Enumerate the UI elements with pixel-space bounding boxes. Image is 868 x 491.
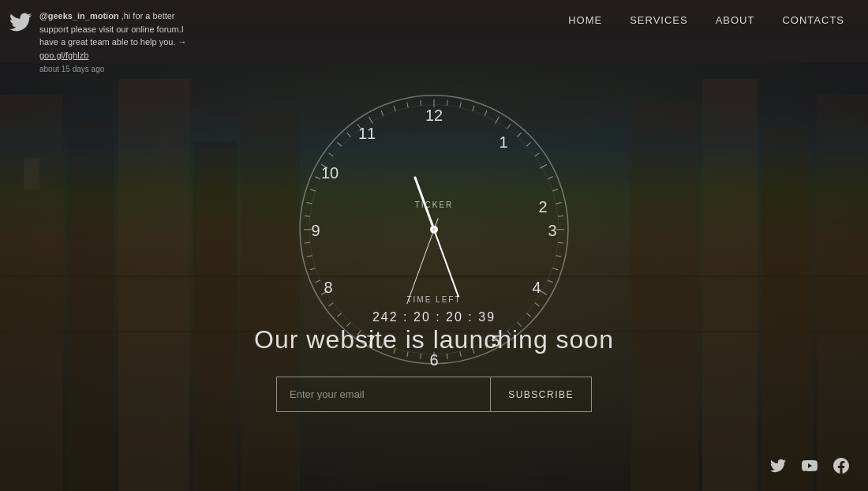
svg-line-32: [558, 216, 563, 217]
nav-about[interactable]: ABOUT: [716, 14, 755, 26]
subscribe-button[interactable]: SUBSCRIBE: [490, 377, 592, 412]
svg-line-57: [329, 303, 334, 306]
tweet-body: @geeks_in_motion ,hi for a better suppor…: [39, 9, 199, 73]
nav-services[interactable]: SERVICES: [630, 14, 688, 26]
svg-line-94: [434, 230, 458, 297]
svg-text:11: 11: [358, 125, 376, 142]
main-nav: HOME SERVICES ABOUT CONTACTS: [568, 14, 844, 26]
tweet-time: about 15 days ago: [39, 65, 199, 73]
tweet-text: @geeks_in_motion ,hi for a better suppor…: [39, 9, 199, 62]
social-icons-container: [767, 455, 852, 477]
nav-contacts[interactable]: CONTACTS: [782, 14, 844, 26]
youtube-social-icon[interactable]: [799, 455, 821, 477]
svg-line-37: [548, 280, 552, 283]
email-input[interactable]: [276, 377, 490, 412]
svg-line-67: [315, 177, 320, 179]
nav-home[interactable]: HOME: [568, 14, 602, 26]
svg-line-70: [337, 142, 341, 146]
svg-text:12: 12: [425, 107, 443, 124]
svg-line-28: [540, 164, 547, 168]
svg-line-35: [556, 256, 562, 257]
countdown-section: Our website is launching soon SUBSCRIBE: [158, 325, 710, 412]
svg-line-56: [337, 313, 341, 317]
svg-line-29: [548, 177, 552, 179]
svg-line-22: [485, 111, 487, 115]
svg-line-36: [552, 268, 558, 270]
svg-line-65: [307, 202, 312, 203]
svg-line-74: [381, 111, 383, 115]
email-form: SUBSCRIBE: [276, 377, 592, 412]
tweet-link[interactable]: goo.gl/fghlzb: [39, 51, 88, 60]
svg-line-62: [305, 242, 310, 243]
svg-text:9: 9: [311, 222, 320, 239]
twitter-icon: [9, 11, 32, 33]
svg-line-61: [307, 256, 312, 257]
svg-line-71: [347, 133, 351, 137]
svg-line-27: [535, 153, 540, 156]
svg-line-69: [329, 153, 334, 156]
svg-text:10: 10: [321, 164, 339, 182]
svg-text:TICKER: TICKER: [415, 201, 454, 209]
svg-line-75: [394, 106, 395, 111]
svg-line-24: [507, 124, 511, 129]
svg-text:2: 2: [538, 198, 547, 216]
svg-line-66: [310, 189, 316, 191]
svg-line-40: [526, 313, 530, 317]
svg-text:3: 3: [548, 222, 556, 239]
launching-tagline: Our website is launching soon: [158, 325, 710, 354]
svg-line-23: [496, 117, 499, 124]
svg-line-25: [518, 133, 522, 137]
svg-text:TIME LEFT: TIME LEFT: [406, 295, 461, 304]
svg-line-30: [552, 189, 558, 191]
svg-line-60: [310, 268, 316, 270]
facebook-social-icon[interactable]: [830, 455, 852, 477]
svg-text:8: 8: [324, 279, 332, 296]
twitter-social-icon[interactable]: [767, 455, 789, 477]
svg-line-39: [535, 303, 540, 306]
svg-line-31: [556, 202, 562, 203]
svg-line-73: [369, 117, 373, 124]
svg-line-64: [305, 216, 310, 217]
svg-line-77: [421, 100, 421, 106]
svg-point-97: [432, 228, 436, 231]
svg-text:4: 4: [532, 279, 541, 296]
svg-line-21: [473, 106, 474, 111]
svg-text:242 : 20 : 20 : 39: 242 : 20 : 20 : 39: [372, 310, 496, 324]
svg-line-20: [460, 102, 461, 107]
svg-line-34: [558, 242, 563, 243]
svg-text:1: 1: [499, 133, 507, 151]
svg-line-76: [407, 102, 408, 107]
svg-line-59: [315, 280, 320, 283]
twitter-widget: @geeks_in_motion ,hi for a better suppor…: [9, 9, 199, 73]
svg-line-26: [526, 142, 530, 146]
svg-line-19: [447, 100, 448, 106]
